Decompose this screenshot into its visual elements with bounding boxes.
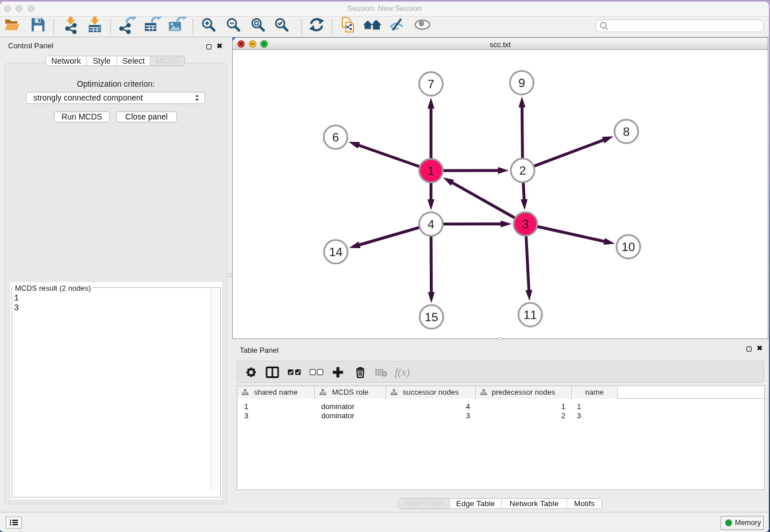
svg-text:Memory: Memory <box>735 519 761 527</box>
svg-text:f(x): f(x) <box>395 366 410 379</box>
